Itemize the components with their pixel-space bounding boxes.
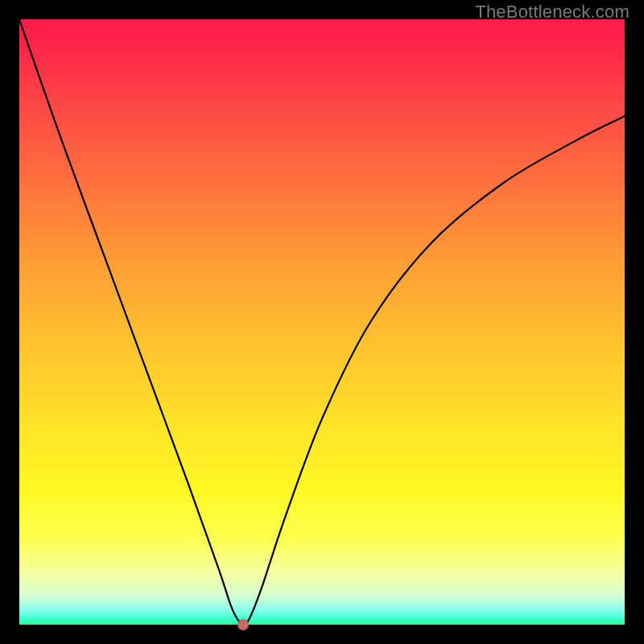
watermark-text: TheBottleneck.com bbox=[475, 2, 630, 23]
chart-container: TheBottleneck.com bbox=[0, 0, 644, 644]
bottleneck-curve bbox=[19, 19, 625, 625]
curve-svg bbox=[19, 19, 625, 625]
minimum-marker bbox=[237, 619, 249, 630]
